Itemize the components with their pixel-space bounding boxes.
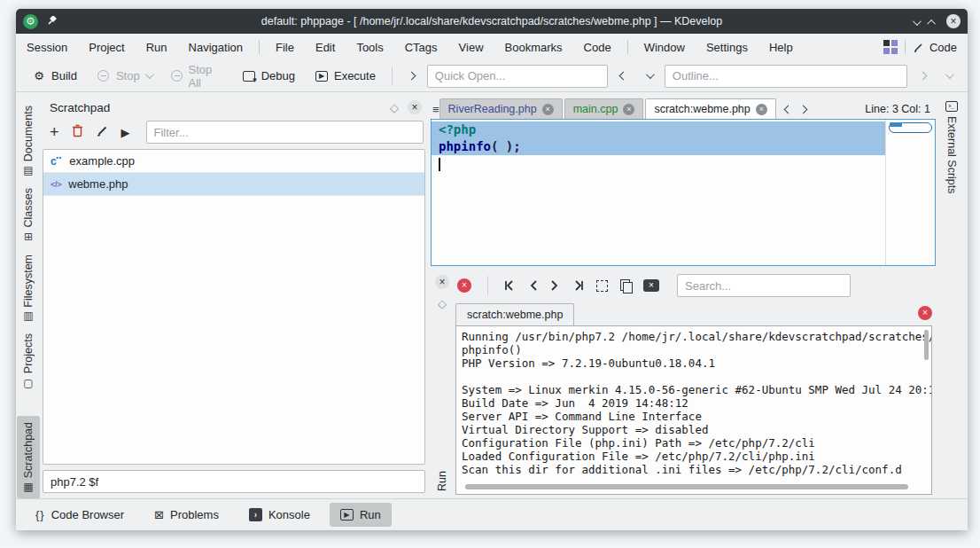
tab-main-cpp[interactable]: main.cpp × [564, 98, 644, 119]
quick-open-input[interactable] [427, 65, 608, 88]
outline-dropdown-button[interactable] [639, 70, 659, 82]
current-area-button[interactable]: Code [913, 41, 957, 54]
toolbar-overflow-button[interactable] [401, 70, 422, 82]
konsole-button[interactable]: › Konsole [238, 503, 321, 527]
add-scratch-button[interactable]: + [50, 124, 59, 140]
first-item-button[interactable] [504, 280, 517, 291]
build-button[interactable]: ⚙ Build [25, 67, 84, 86]
dock-tab-external-scripts[interactable]: ›_ External Scripts [945, 101, 958, 194]
menu-run[interactable]: Run [146, 41, 167, 54]
scratchpad-toolbar: + ▶ [43, 119, 425, 149]
menubar: Session Project Run Navigation File Edit… [16, 34, 968, 60]
stop-button[interactable]: Stop [89, 67, 159, 86]
menu-ctags[interactable]: CTags [405, 41, 438, 54]
cursor-position: Line: 3 Col: 1 [865, 103, 936, 119]
menu-code[interactable]: Code [584, 41, 611, 54]
menu-settings[interactable]: Settings [706, 41, 748, 54]
clear-output-icon[interactable]: × [643, 279, 659, 292]
code-browser-icon: {} [35, 508, 45, 521]
output-horizontal-scrollbar[interactable] [465, 484, 908, 489]
dock-tab-scratchpad[interactable]: Scratchpad ▦ [17, 416, 40, 498]
next-item-button[interactable] [550, 280, 559, 291]
editor-scrollbar-minimap[interactable] [885, 120, 935, 265]
keep-above-pin-icon[interactable] [47, 16, 58, 27]
close-button[interactable]: × [946, 14, 961, 28]
outline-next-button[interactable] [913, 70, 933, 82]
code-editor[interactable]: <?php phpinfo( ); [431, 119, 936, 266]
list-item-example-cpp[interactable]: c·· example.cpp [43, 150, 424, 173]
run-panel-float-icon[interactable]: ◇ [438, 298, 447, 309]
menu-tools[interactable]: Tools [356, 41, 383, 54]
list-item-webme-php[interactable]: </> webme.php [43, 173, 424, 196]
menu-help[interactable]: Help [769, 41, 793, 54]
code-browser-button[interactable]: {} Code Browser [25, 503, 135, 527]
run-output-panel: × ◇ Run × [431, 266, 936, 498]
dock-tab-documents[interactable]: Documents ▤ [17, 99, 40, 182]
outline-more-button[interactable] [938, 70, 959, 82]
stop-dropdown-icon [145, 70, 154, 79]
maximize-button[interactable] [929, 15, 936, 28]
editor-column: ≡ RiverReading.php × main.cpp × scratch:… [431, 92, 936, 498]
select-activated-item-icon[interactable] [596, 280, 608, 292]
menu-view[interactable]: View [459, 41, 484, 54]
dock-tab-classes[interactable]: Classes ⊞ [17, 182, 40, 247]
close-output-view-button[interactable]: × [918, 306, 932, 320]
outline-prev-button[interactable] [613, 70, 634, 82]
toolbar-separator [487, 276, 488, 295]
output-search-input[interactable] [677, 274, 851, 297]
outline-input[interactable] [665, 65, 907, 88]
copy-output-icon[interactable] [620, 279, 631, 292]
toolbar-separator [392, 67, 393, 86]
kdevelop-window: ⚙ default: phppage - [ /home/jr/.local/s… [16, 9, 968, 530]
menu-session[interactable]: Session [27, 41, 67, 54]
run-output-view[interactable]: Running /usr/bin/php7.2 /home/jr/.local/… [455, 325, 932, 495]
menu-file[interactable]: File [276, 41, 294, 54]
tab-close-icon[interactable]: × [542, 104, 554, 115]
dock-tab-projects[interactable]: Projects ▢ [17, 327, 40, 394]
scratch-command-input[interactable] [43, 470, 425, 493]
float-dock-icon[interactable]: ◇ [390, 102, 399, 114]
area-switcher-icon[interactable] [883, 40, 898, 54]
main-toolbar: ⚙ Build Stop Stop All ▾ Debug ▶ Execute [16, 60, 968, 92]
scratchpad-close-button[interactable]: × [408, 100, 422, 114]
debug-button[interactable]: ▾ Debug [235, 67, 302, 86]
menu-bookmarks[interactable]: Bookmarks [505, 41, 563, 54]
stop-all-button[interactable]: Stop All [164, 60, 229, 92]
tab-close-icon[interactable]: × [623, 104, 634, 115]
stop-all-icon [171, 69, 183, 83]
minimap-selection-marks [890, 122, 902, 127]
run-panel-close-button[interactable]: × [435, 275, 449, 289]
stop-job-button[interactable]: × [457, 278, 471, 293]
execute-button[interactable]: ▶ Execute [307, 67, 383, 86]
tab-scratch-webme-php[interactable]: scratch:webme.php × [645, 98, 775, 119]
code-line-2: phpinfo( ); [432, 138, 885, 155]
dock-tab-filesystem[interactable]: Filesystem ▥ [17, 248, 40, 328]
problems-button[interactable]: ⊠ Problems [144, 503, 229, 527]
menu-project[interactable]: Project [89, 41, 124, 54]
run-toolview-button[interactable]: ▶ Run [330, 503, 392, 527]
rename-scratch-button[interactable] [96, 124, 109, 140]
run-tab-scratch-webme-php[interactable]: scratch:webme.php [455, 303, 574, 325]
next-tab-button[interactable] [800, 102, 806, 115]
external-scripts-icon: ›_ [945, 101, 958, 112]
minimize-button[interactable] [913, 15, 919, 28]
cpp-source-icon: c·· [51, 154, 62, 168]
run-dock-label[interactable]: Run [436, 471, 448, 491]
scratchpad-panel-title: Scratchpad [50, 101, 110, 114]
last-item-button[interactable] [572, 280, 584, 291]
kdevelop-app-icon[interactable]: ⚙ [23, 14, 38, 29]
delete-scratch-button[interactable] [72, 124, 83, 140]
execute-icon: ▶ [315, 69, 329, 83]
menu-navigation[interactable]: Navigation [189, 41, 243, 54]
titlebar[interactable]: ⚙ default: phppage - [ /home/jr/.local/s… [16, 9, 968, 34]
menu-window[interactable]: Window [644, 41, 685, 54]
output-vertical-scrollbar[interactable] [924, 330, 929, 360]
run-scratch-button[interactable]: ▶ [121, 127, 130, 138]
prev-tab-button[interactable] [785, 102, 791, 115]
tab-close-icon[interactable]: × [756, 104, 767, 115]
scratch-filter-input[interactable] [146, 121, 424, 144]
previous-item-button[interactable] [529, 280, 538, 291]
menu-edit[interactable]: Edit [315, 41, 335, 54]
code-line-1: <?php [432, 121, 885, 138]
tab-riverreading-php[interactable]: RiverReading.php × [439, 98, 563, 119]
